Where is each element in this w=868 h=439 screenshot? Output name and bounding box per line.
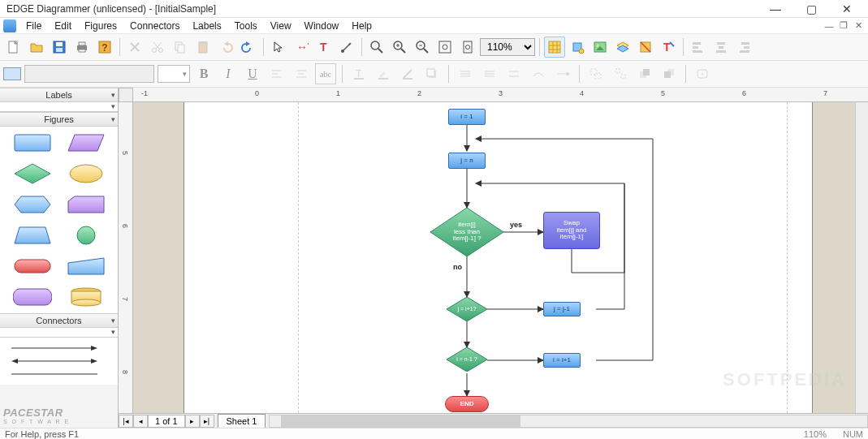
select-tool[interactable] <box>268 37 289 58</box>
close-button[interactable]: ✕ <box>829 0 865 18</box>
font-combo[interactable] <box>24 65 154 83</box>
labels-panel-header[interactable]: Labels▾ <box>0 88 118 102</box>
shape-circle[interactable] <box>67 224 106 247</box>
shape-parallelogram[interactable] <box>67 131 106 154</box>
snap-button[interactable] <box>567 37 588 58</box>
bring-front-button[interactable] <box>634 63 655 84</box>
align-right-button[interactable] <box>733 37 754 58</box>
shape-trapezoid[interactable] <box>13 224 52 247</box>
shape-manual-input[interactable] <box>67 255 106 278</box>
shape-terminator[interactable] <box>13 255 52 278</box>
prev-page-button[interactable]: ◂ <box>133 415 148 428</box>
text-tool[interactable]: ↔T <box>291 37 312 58</box>
line-style-1[interactable] <box>455 63 476 84</box>
grid-button[interactable] <box>544 37 565 58</box>
align-text-center-button[interactable] <box>291 63 312 84</box>
node-i-inc[interactable]: i = i+1 <box>543 353 581 368</box>
mdi-restore-button[interactable]: ❐ <box>837 20 850 32</box>
menu-edit[interactable]: Edit <box>48 19 78 33</box>
group-button[interactable] <box>585 63 607 84</box>
arrow-style-1[interactable] <box>528 63 549 84</box>
help-button[interactable]: ? <box>94 37 115 58</box>
shape-card[interactable] <box>67 193 106 216</box>
node-decision-compare[interactable]: item[j] less than item[j-1] ? <box>430 208 503 256</box>
text-tool-2[interactable]: T <box>313 37 335 58</box>
sheet-tab[interactable]: Sheet 1 <box>218 414 266 428</box>
redo-button[interactable] <box>238 37 259 58</box>
line-color-button[interactable] <box>397 63 418 84</box>
image-button[interactable] <box>589 37 611 58</box>
styles-button[interactable] <box>635 37 656 58</box>
first-page-button[interactable]: |◂ <box>119 415 133 428</box>
zoom-select[interactable]: 110% <box>480 38 535 56</box>
node-end[interactable]: END <box>445 396 489 412</box>
shape-rectangle[interactable] <box>13 131 52 154</box>
fill-color-swatch[interactable] <box>158 65 190 83</box>
layers-button[interactable] <box>612 37 633 58</box>
delete-button[interactable] <box>124 37 145 58</box>
text-style-button[interactable]: T <box>658 37 679 58</box>
send-back-button[interactable] <box>659 63 680 84</box>
node-decision-i[interactable]: i = n-1 ? <box>447 347 487 372</box>
menu-figures[interactable]: Figures <box>78 19 123 33</box>
node-decision-j[interactable]: j = i+1? <box>447 297 487 321</box>
connector-double-arrow[interactable] <box>10 357 99 365</box>
italic-button[interactable]: I <box>218 63 239 84</box>
last-page-button[interactable]: ▸| <box>200 415 214 428</box>
paste-button[interactable] <box>192 37 214 58</box>
connector-arrow[interactable] <box>10 344 99 352</box>
align-left-button[interactable] <box>688 37 709 58</box>
zoom-in-button[interactable] <box>389 37 410 58</box>
shape-ellipse[interactable] <box>67 162 106 185</box>
shape-hexagon[interactable] <box>13 193 52 216</box>
menu-help[interactable]: Help <box>345 19 378 33</box>
align-text-left-button[interactable] <box>266 63 287 84</box>
node-j-init[interactable]: j = n <box>448 153 486 169</box>
highlight-button[interactable] <box>373 63 394 84</box>
minimize-button[interactable]: — <box>758 0 793 18</box>
align-center-button[interactable] <box>710 37 732 58</box>
menu-connectors[interactable]: Connectors <box>123 19 186 33</box>
underline-button[interactable]: U <box>242 63 263 84</box>
menu-tools[interactable]: Tools <box>228 19 264 33</box>
print-button[interactable] <box>71 37 93 58</box>
canvas[interactable]: i = 1 j = n item[j] less than item[j-1] … <box>133 102 855 413</box>
open-button[interactable] <box>26 37 47 58</box>
arrow-style-2[interactable] <box>552 63 573 84</box>
shape-display[interactable] <box>13 286 52 308</box>
text-color-button[interactable]: T <box>348 63 369 84</box>
mdi-close-button[interactable]: ✕ <box>852 20 865 32</box>
node-swap[interactable]: Swap item[j] and item[j-1] <box>543 212 600 249</box>
properties-button[interactable] <box>692 63 713 84</box>
chevron-down-icon[interactable]: ▾ <box>111 328 115 337</box>
mdi-minimize-button[interactable]: — <box>823 20 836 32</box>
figures-panel-header[interactable]: Figures▾ <box>0 112 118 127</box>
maximize-button[interactable]: ▢ <box>793 0 829 18</box>
menu-view[interactable]: View <box>264 19 298 33</box>
shape-diamond[interactable] <box>13 162 52 185</box>
zoom-page-button[interactable] <box>457 37 478 58</box>
chevron-down-icon[interactable]: ▾ <box>111 102 115 111</box>
node-j-dec[interactable]: j = j-1 <box>543 302 581 316</box>
zoom-fit-button[interactable] <box>434 37 456 58</box>
label-button[interactable]: abc <box>315 63 336 84</box>
shape-cylinder[interactable] <box>67 286 106 308</box>
connector-line[interactable] <box>10 370 99 378</box>
undo-button[interactable] <box>215 37 236 58</box>
menu-file[interactable]: File <box>19 19 48 33</box>
zoom-tool[interactable] <box>366 37 387 58</box>
ungroup-button[interactable] <box>610 63 631 84</box>
horizontal-scrollbar[interactable] <box>269 415 868 428</box>
panel-toggle[interactable] <box>3 67 21 80</box>
new-button[interactable] <box>3 37 24 58</box>
cut-button[interactable] <box>147 37 168 58</box>
node-i-init[interactable]: i = 1 <box>448 109 486 125</box>
bold-button[interactable]: B <box>193 63 214 84</box>
connectors-panel-header[interactable]: Connectors▾ <box>0 313 118 328</box>
menu-labels[interactable]: Labels <box>186 19 227 33</box>
copy-button[interactable] <box>170 37 191 58</box>
shadow-button[interactable] <box>421 63 443 84</box>
line-style-3[interactable] <box>503 63 525 84</box>
next-page-button[interactable]: ▸ <box>185 415 200 428</box>
connector-tool[interactable] <box>336 37 357 58</box>
